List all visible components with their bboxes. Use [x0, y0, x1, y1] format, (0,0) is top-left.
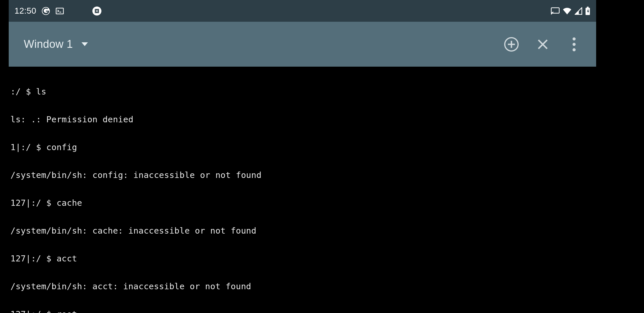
- battery-icon: [585, 7, 590, 15]
- terminal-line: /system/bin/sh: cache: inaccessible or n…: [10, 226, 594, 235]
- terminal-line: /system/bin/sh: acct: inaccessible or no…: [10, 282, 594, 291]
- status-time: 12:50: [15, 6, 36, 16]
- svg-point-16: [573, 48, 576, 51]
- terminal-line: 127|:/ $ acct: [10, 254, 594, 263]
- add-window-button[interactable]: [503, 36, 520, 52]
- svg-rect-1: [56, 8, 64, 14]
- svg-point-14: [573, 37, 576, 41]
- svg-point-6: [551, 13, 552, 14]
- close-window-button[interactable]: [535, 36, 551, 52]
- terminal-line: ls: .: Permission denied: [10, 115, 594, 124]
- right-black-margin: [596, 0, 644, 313]
- terminal-small-icon: [55, 7, 64, 15]
- svg-rect-8: [587, 7, 589, 8]
- cell-signal-icon: [575, 7, 582, 15]
- google-icon: [41, 7, 50, 15]
- app-bar: Window 1: [9, 22, 596, 67]
- terminal-output[interactable]: :/ $ ls ls: .: Permission denied 1|:/ $ …: [9, 67, 596, 313]
- cast-icon: [551, 7, 560, 15]
- screen-rotate-icon: [92, 6, 102, 16]
- status-bar: 12:50: [9, 0, 596, 22]
- chevron-down-icon: [82, 42, 88, 46]
- terminal-line: 1|:/ $ config: [10, 143, 594, 152]
- wifi-icon: [562, 7, 572, 15]
- svg-point-15: [573, 43, 576, 46]
- window-selector[interactable]: Window 1: [24, 38, 88, 50]
- more-options-button[interactable]: [566, 36, 582, 52]
- window-title: Window 1: [24, 38, 73, 50]
- terminal-line: 127|:/ $ cache: [10, 198, 594, 208]
- terminal-line: :/ $ ls: [10, 87, 594, 96]
- terminal-line: /system/bin/sh: config: inaccessible or …: [10, 170, 594, 180]
- terminal-line: 127|:/ $ root: [10, 310, 594, 313]
